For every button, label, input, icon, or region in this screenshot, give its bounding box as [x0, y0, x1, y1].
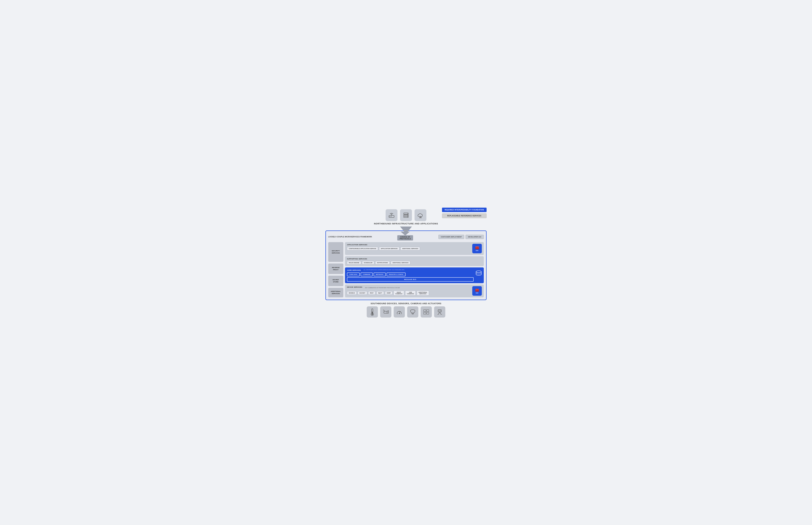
framework-label: LOOSELY-COUPLE MICROSERVICES FRAMEWORK: [328, 236, 372, 238]
supporting-services-box: SUPPORTING SERVICES RULES ENGINE SCHEDUL…: [345, 256, 484, 266]
device-additional-btn[interactable]: ADDITIONAL SERVICES: [417, 290, 429, 296]
svg-point-1: [390, 216, 390, 217]
svg-rect-36: [438, 310, 441, 312]
modbus-btn[interactable]: MODBUS: [347, 291, 357, 295]
app-sdk-label: SDK: [476, 250, 479, 251]
command-btn[interactable]: COMMAND: [361, 272, 373, 276]
svg-line-27: [401, 314, 401, 314]
northbound-title: NORTHBOUND INFRASTRUCTURE AND APPLICATIO…: [374, 222, 438, 225]
svg-rect-32: [424, 310, 426, 312]
notifications-btn[interactable]: NOTIFICATIONS: [375, 261, 390, 265]
onvif-cameras-btn[interactable]: ONVIF CAMERAS: [393, 290, 404, 296]
core-services-subtitle: ALL MICROSERVICES INTERCOMMUNICATE VIA S…: [363, 269, 404, 271]
app-sdk-box: 🧰 SDK: [472, 244, 482, 253]
sidebar-reverse-label: REVERSE PROXY: [332, 267, 340, 271]
legend-replaceable: REPLACEABLE REFERENCE SERVICES: [442, 213, 487, 218]
main-container: REQUIRED INTEROPERABILITY FOUNDATION REP…: [325, 208, 487, 317]
svg-point-9: [407, 216, 408, 217]
robot-sensor-icon: [434, 306, 445, 317]
panel-icon: [421, 306, 432, 317]
message-bus: MESSAGE BUS: [347, 277, 474, 282]
svg-point-42: [440, 311, 441, 311]
app-services-btn[interactable]: APPLICATION SERVICES: [379, 247, 400, 250]
server-rack-icon: [400, 209, 412, 221]
choice-protocols-label: CHOICE OFPROTOCOLS: [400, 236, 411, 240]
app-configurable-btn[interactable]: CONFIGURABLE APPLICATION SERVICE: [347, 247, 378, 250]
svg-rect-28: [412, 313, 414, 314]
supporting-additional-btn[interactable]: ADDITIONAL SERVICES: [391, 261, 410, 265]
sidebar-security-label: SECURITY SERVICES: [332, 250, 340, 254]
rest-btn[interactable]: REST: [368, 291, 376, 295]
metadata-btn[interactable]: METADATA: [374, 272, 386, 276]
cctv-icon: [380, 306, 391, 317]
svg-rect-19: [384, 311, 387, 313]
svg-line-21: [384, 310, 385, 311]
core-data-btn[interactable]: CORE DATA: [347, 272, 360, 276]
database-icon: [476, 270, 482, 278]
sidebar-secret-store: SECRET STORE: [328, 276, 343, 286]
device-sdk-label: SDK: [476, 292, 479, 294]
svg-rect-34: [424, 312, 426, 314]
gauge-icon: [394, 306, 405, 317]
sidebar-additional-services: ADDITIONAL SERVICES: [328, 288, 343, 297]
arrow-down: [400, 226, 412, 234]
frame-top-row: LOOSELY-COUPLE MICROSERVICES FRAMEWORK C…: [328, 233, 484, 240]
top-buttons: CONTAINER DEPLOYMENT DEVELOPER GUI: [438, 235, 484, 239]
mqtt-btn[interactable]: MQTT: [376, 291, 384, 295]
snmp-btn[interactable]: SNMP: [385, 291, 392, 295]
device-services-box: DEVICE SERVICES ANY COMBINATION OF PROPI…: [345, 285, 484, 297]
legend: REQUIRED INTEROPERABILITY FOUNDATION REP…: [442, 208, 487, 218]
svg-line-25: [397, 314, 398, 314]
svg-point-14: [476, 271, 481, 273]
supporting-services-title: SUPPORTING SERVICES: [347, 258, 482, 260]
svg-point-41: [439, 311, 439, 311]
core-services-items: CORE DATA COMMAND METADATA REGISTRY & CO…: [347, 272, 474, 276]
app-additional-btn[interactable]: ADDITIONAL SERVICES: [401, 247, 420, 250]
svg-point-7: [407, 213, 408, 214]
sdk-briefcase-icon: 🧰: [475, 245, 479, 250]
core-services-box: CORE SERVICES ALL MICROSERVICES INTERCOM…: [345, 267, 484, 283]
bacnet-btn[interactable]: BACNET: [358, 291, 367, 295]
svg-rect-17: [372, 312, 373, 314]
device-sdk-icon: 🧰: [475, 288, 479, 292]
device-services-title: DEVICE SERVICES: [347, 286, 362, 288]
app-services-title: APPLICATION SERVICES: [347, 244, 420, 245]
application-services-box: APPLICATION SERVICES CONFIGURABLE APPLIC…: [345, 242, 484, 255]
core-services-title: CORE SERVICES: [347, 269, 361, 271]
rules-engine-btn[interactable]: RULES ENGINE: [347, 261, 361, 265]
legend-replaceable-label: REPLACEABLE REFERENCE SERVICES: [447, 215, 481, 217]
registry-config-btn[interactable]: REGISTRY & CONFIG: [387, 272, 406, 276]
cloud-icon: [415, 209, 426, 221]
southbound-icons: [325, 306, 487, 317]
southbound-section: SOUTHBOUND DEVICES, SENSORS, CAMERAS AND…: [325, 302, 487, 317]
usb-cameras-btn[interactable]: USB CAMERAS: [405, 290, 416, 296]
legend-required: REQUIRED INTEROPERABILITY FOUNDATION: [442, 208, 487, 212]
device-services-subtitle: ANY COMBINATION OF PROPIETARY PROTOCOLS …: [365, 287, 400, 288]
app-services-header: APPLICATION SERVICES CONFIGURABLE APPLIC…: [347, 244, 482, 253]
developer-gui-btn[interactable]: DEVELOPER GUI: [465, 235, 484, 239]
sidebar-reverse-proxy: REVERSE PROXY: [328, 264, 343, 274]
device-sdk-box: 🧰 SDK: [472, 286, 482, 296]
southbound-title: SOUTHBOUND DEVICES, SENSORS, CAMERAS AND…: [325, 302, 487, 305]
thermometer-icon: [367, 306, 378, 317]
router-icon: [386, 209, 397, 221]
svg-point-8: [407, 215, 408, 215]
device-services-items: MODBUS BACNET REST MQTT SNMP ONVIF CAMER…: [347, 290, 472, 296]
sidebar: SECURITY SERVICES REVERSE PROXY SECRET S…: [328, 242, 343, 297]
infra-icons: [386, 209, 426, 221]
svg-rect-33: [426, 310, 429, 312]
supporting-services-items: RULES ENGINE SCHEDULER NOTIFICATIONS ADD…: [347, 261, 482, 265]
sidebar-secret-label: SECRET STORE: [333, 279, 339, 283]
svg-point-18: [372, 314, 373, 315]
svg-point-24: [399, 313, 400, 314]
container-deployment-btn[interactable]: CONTAINER DEPLOYMENT: [438, 235, 464, 239]
content-area: SECURITY SERVICES REVERSE PROXY SECRET S…: [328, 242, 484, 297]
legend-required-label: REQUIRED INTEROPERABILITY FOUNDATION: [445, 209, 484, 211]
main-frame: LOOSELY-COUPLE MICROSERVICES FRAMEWORK C…: [325, 230, 487, 300]
sidebar-security: SECURITY SERVICES: [328, 242, 343, 262]
svg-marker-20: [387, 311, 388, 313]
svg-point-2: [391, 216, 392, 217]
scheduler-btn[interactable]: SCHEDULER: [362, 261, 374, 265]
app-services-items: CONFIGURABLE APPLICATION SERVICE APPLICA…: [347, 247, 420, 250]
sections-stack: APPLICATION SERVICES CONFIGURABLE APPLIC…: [345, 242, 484, 297]
